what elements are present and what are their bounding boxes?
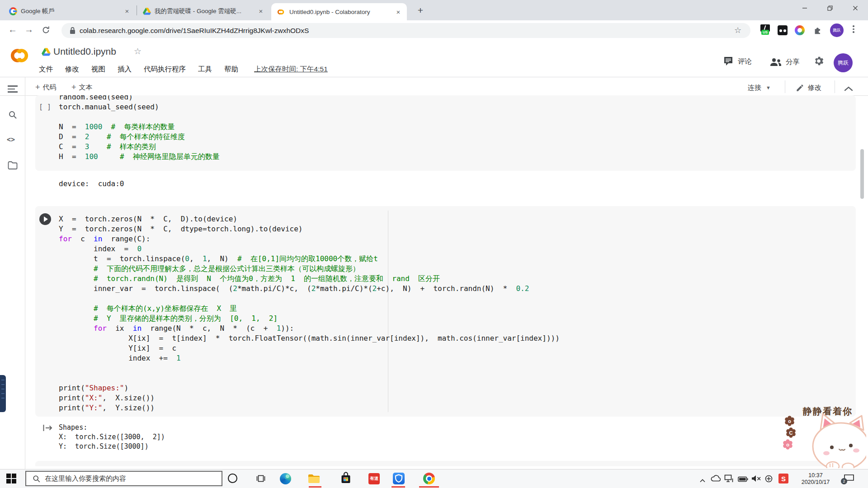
- flower-badge-pink: o: [783, 439, 793, 450]
- add-text-button[interactable]: + 文本: [71, 81, 93, 93]
- next-cell-partial[interactable]: [35, 461, 856, 466]
- menu-tools[interactable]: 工具: [198, 65, 212, 74]
- settings-gear-button[interactable]: [813, 55, 825, 69]
- browser-menu-dots-icon[interactable]: [853, 25, 854, 33]
- pencil-icon: [796, 84, 804, 92]
- tab-separator: [137, 5, 137, 15]
- new-tab-button[interactable]: +: [414, 5, 427, 17]
- dot: [779, 29, 782, 32]
- output-marker[interactable]: [42, 424, 53, 434]
- task-view-button[interactable]: [256, 474, 266, 484]
- edit-mode-button[interactable]: 修改: [796, 82, 821, 93]
- google-favicon: [9, 7, 17, 15]
- tab-title: 我的雲端硬碟 - Google 雲端硬...: [155, 7, 253, 15]
- notebook-filename[interactable]: Untitled0.ipynb: [53, 46, 116, 57]
- divider: [835, 80, 835, 93]
- cell2-code-editor[interactable]: X = torch.zeros(N * C, D).to(device)Y = …: [59, 214, 560, 413]
- tab-google-account[interactable]: Google 帳戶 ×: [5, 4, 136, 19]
- ime-status-icon[interactable]: [765, 475, 773, 484]
- flower-badge: o: [784, 416, 795, 426]
- comment-button[interactable]: 评论: [722, 56, 752, 67]
- microsoft-store-icon[interactable]: [340, 472, 351, 486]
- address-bar[interactable]: colab.research.google.com/drive/1SaeRIuI…: [61, 23, 750, 38]
- tab-close-icon[interactable]: ×: [394, 8, 402, 16]
- youdao-dict-icon[interactable]: 有道: [368, 473, 380, 484]
- windows-logo-icon: [6, 474, 16, 483]
- cortana-button[interactable]: [228, 474, 237, 483]
- forward-button[interactable]: →: [24, 24, 33, 35]
- browser-profile-avatar[interactable]: 腾跃: [830, 23, 844, 37]
- code-line: # 下面的代码不用理解太多，总之是根据公式计算出三类样本（可以构成螺旋形）: [59, 264, 560, 274]
- run-cell-button[interactable]: [39, 213, 51, 225]
- extension-us-icon[interactable]: US: [760, 24, 770, 35]
- cell1-code-editor[interactable]: random.seed(seed)torch.manual_seed(seed)…: [59, 95, 220, 162]
- tray-expand-chevron-icon[interactable]: [700, 476, 705, 484]
- extension-dark-icon[interactable]: [778, 25, 788, 35]
- tab-title: Untitled0.ipynb - Colaboratory: [289, 9, 391, 15]
- code-line: X[ix] = t[index] * torch.FloatTensor((ma…: [59, 333, 560, 343]
- search-icon[interactable]: [8, 110, 17, 121]
- output-line: Y: torch.Size([3000]): [59, 442, 165, 451]
- window-restore-button[interactable]: [817, 0, 843, 16]
- chrome-browser-icon[interactable]: [423, 473, 435, 484]
- menu-insert[interactable]: 插入: [118, 65, 132, 74]
- tab-close-icon[interactable]: ×: [123, 7, 131, 15]
- tab-colab-active[interactable]: Untitled0.ipynb - Colaboratory ×: [271, 3, 407, 20]
- window-close-button[interactable]: [843, 0, 868, 16]
- file-explorer-icon[interactable]: [308, 474, 320, 485]
- menu-runtime[interactable]: 代码执行程序: [144, 65, 186, 74]
- lock-icon[interactable]: [70, 27, 75, 36]
- share-button[interactable]: 分享: [769, 57, 800, 67]
- start-button[interactable]: [6, 474, 16, 483]
- add-code-button[interactable]: + 代码: [35, 81, 57, 93]
- url-text[interactable]: colab.research.google.com/drive/1SaeRIuI…: [80, 23, 309, 38]
- battery-icon[interactable]: [738, 476, 748, 484]
- bookmark-star-icon[interactable]: ☆: [734, 25, 741, 35]
- tab-title: Google 帳戶: [21, 7, 119, 15]
- colab-profile-avatar[interactable]: 腾跃: [834, 53, 853, 72]
- network-icon[interactable]: [724, 474, 733, 484]
- scrollbar-thumb[interactable]: [860, 149, 864, 199]
- window-minimize-button[interactable]: [792, 0, 817, 16]
- edge-browser-icon[interactable]: [280, 473, 291, 484]
- search-icon: [33, 475, 40, 483]
- code-snippets-icon[interactable]: <>: [7, 136, 15, 144]
- extensions-puzzle-icon[interactable]: [813, 25, 823, 37]
- extension-color-ring-icon[interactable]: [795, 25, 805, 35]
- taskbar-search-box[interactable]: 在这里输入你要搜索的内容: [25, 471, 222, 486]
- menu-help[interactable]: 帮助: [224, 65, 238, 74]
- notification-badge: 2: [841, 478, 847, 484]
- code-cell-2[interactable]: X = torch.zeros(N * C, D).to(device)Y = …: [35, 206, 856, 417]
- cloud-icon[interactable]: [711, 475, 721, 483]
- sogou-input-icon[interactable]: S: [778, 474, 788, 483]
- back-button[interactable]: ←: [8, 24, 17, 35]
- plus-icon: +: [71, 83, 76, 92]
- code-line: N = 1000 # 每类样本的数量: [59, 122, 220, 132]
- cell-run-bracket[interactable]: [ ]: [39, 103, 51, 111]
- menu-edit[interactable]: 修改: [65, 65, 79, 74]
- tab-google-drive[interactable]: 我的雲端硬碟 - Google 雲端硬... ×: [138, 4, 269, 19]
- side-extension-handle[interactable]: [0, 375, 6, 412]
- volume-muted-icon[interactable]: [751, 475, 761, 484]
- code-cell-1[interactable]: [ ] random.seed(seed)torch.manual_seed(s…: [35, 95, 856, 171]
- code-line: [59, 294, 560, 304]
- code-line: random.seed(seed): [59, 95, 220, 102]
- code-line: C = 3 # 样本的类别: [59, 142, 220, 152]
- menu-file[interactable]: 文件: [39, 65, 53, 74]
- code-line: Y = torch.zeros(N * C, dtype=torch.long)…: [59, 224, 560, 234]
- last-saved-link[interactable]: 上次保存时间: 下午4:51: [254, 65, 328, 74]
- clock[interactable]: 10:37 2020/10/17: [794, 472, 837, 486]
- notification-center-button[interactable]: 2: [844, 474, 855, 484]
- plus-icon: +: [35, 83, 40, 92]
- pc-manager-shield-icon[interactable]: [393, 473, 405, 484]
- star-notebook-icon[interactable]: ☆: [134, 46, 142, 56]
- connect-button[interactable]: 连接 ▼: [748, 82, 771, 93]
- flower-badge: C: [786, 427, 796, 438]
- tab-close-icon[interactable]: ×: [257, 7, 265, 15]
- refresh-button[interactable]: [42, 26, 50, 36]
- files-folder-icon[interactable]: [8, 161, 18, 171]
- us-badge: US: [761, 30, 769, 35]
- table-of-contents-icon[interactable]: [8, 85, 18, 93]
- menu-view[interactable]: 视图: [91, 65, 105, 74]
- collapse-toolbar-button[interactable]: [844, 85, 854, 93]
